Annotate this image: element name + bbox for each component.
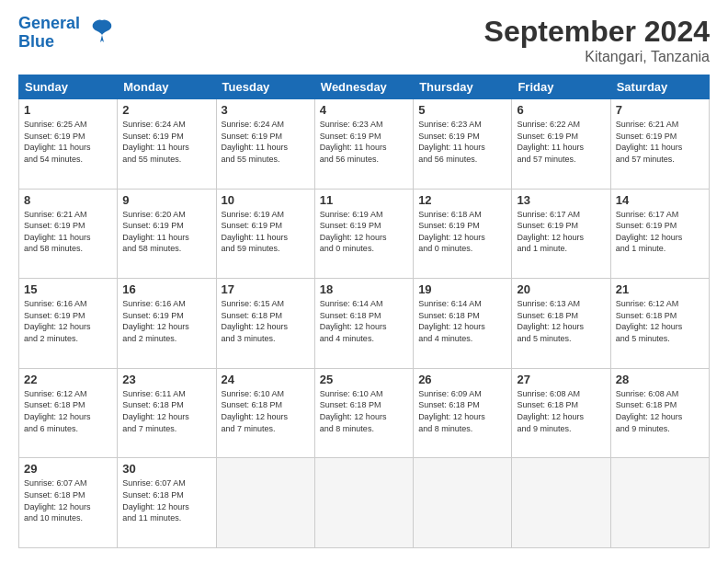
day-info: Sunrise: 6:12 AM Sunset: 6:18 PM Dayligh…: [616, 298, 704, 344]
title-block: September 2024 Kitangari, Tanzania: [484, 15, 710, 65]
table-row: 17Sunrise: 6:15 AM Sunset: 6:18 PM Dayli…: [216, 279, 314, 369]
day-number: 30: [122, 462, 210, 476]
day-info: Sunrise: 6:21 AM Sunset: 6:19 PM Dayligh…: [616, 119, 704, 165]
day-number: 20: [517, 282, 605, 296]
calendar-week-row: 1Sunrise: 6:25 AM Sunset: 6:19 PM Daylig…: [19, 99, 710, 190]
calendar-week-row: 29Sunrise: 6:07 AM Sunset: 6:18 PM Dayli…: [19, 458, 710, 548]
table-row: 30Sunrise: 6:07 AM Sunset: 6:18 PM Dayli…: [118, 458, 216, 548]
table-row: 22Sunrise: 6:12 AM Sunset: 6:18 PM Dayli…: [19, 368, 118, 458]
day-info: Sunrise: 6:21 AM Sunset: 6:19 PM Dayligh…: [24, 209, 112, 255]
calendar-header-row: Sunday Monday Tuesday Wednesday Thursday…: [19, 75, 710, 99]
col-monday: Monday: [118, 75, 216, 99]
table-row: 21Sunrise: 6:12 AM Sunset: 6:18 PM Dayli…: [610, 279, 709, 369]
day-info: Sunrise: 6:12 AM Sunset: 6:18 PM Dayligh…: [24, 388, 112, 434]
table-row: 3Sunrise: 6:24 AM Sunset: 6:19 PM Daylig…: [216, 99, 314, 190]
table-row: 24Sunrise: 6:10 AM Sunset: 6:18 PM Dayli…: [216, 368, 314, 458]
day-info: Sunrise: 6:16 AM Sunset: 6:19 PM Dayligh…: [122, 298, 210, 344]
day-info: Sunrise: 6:13 AM Sunset: 6:18 PM Dayligh…: [517, 298, 605, 344]
day-info: Sunrise: 6:19 AM Sunset: 6:19 PM Dayligh…: [320, 209, 408, 255]
day-number: 1: [24, 103, 112, 117]
table-row: 15Sunrise: 6:16 AM Sunset: 6:19 PM Dayli…: [19, 279, 118, 369]
day-info: Sunrise: 6:25 AM Sunset: 6:19 PM Dayligh…: [24, 119, 112, 165]
table-row: 27Sunrise: 6:08 AM Sunset: 6:18 PM Dayli…: [512, 368, 610, 458]
col-saturday: Saturday: [610, 75, 709, 99]
table-row: 23Sunrise: 6:11 AM Sunset: 6:18 PM Dayli…: [118, 368, 216, 458]
logo-blue: Blue: [18, 33, 80, 52]
day-number: 14: [616, 193, 704, 207]
day-info: Sunrise: 6:08 AM Sunset: 6:18 PM Dayligh…: [517, 388, 605, 434]
table-row: 7Sunrise: 6:21 AM Sunset: 6:19 PM Daylig…: [610, 99, 709, 190]
table-row: 26Sunrise: 6:09 AM Sunset: 6:18 PM Dayli…: [414, 368, 512, 458]
day-number: 12: [418, 193, 506, 207]
day-number: 5: [418, 103, 506, 117]
table-row: 5Sunrise: 6:23 AM Sunset: 6:19 PM Daylig…: [414, 99, 512, 190]
day-number: 2: [122, 103, 210, 117]
location-subtitle: Kitangari, Tanzania: [484, 49, 710, 65]
page: General Blue September 2024 Kitangari, T…: [0, 0, 728, 563]
col-tuesday: Tuesday: [216, 75, 314, 99]
header: General Blue September 2024 Kitangari, T…: [18, 15, 710, 65]
day-number: 27: [517, 373, 605, 386]
day-number: 13: [517, 193, 605, 207]
table-row: 2Sunrise: 6:24 AM Sunset: 6:19 PM Daylig…: [118, 99, 216, 190]
table-row: 12Sunrise: 6:18 AM Sunset: 6:19 PM Dayli…: [414, 189, 512, 279]
table-row: 28Sunrise: 6:08 AM Sunset: 6:18 PM Dayli…: [610, 368, 709, 458]
day-info: Sunrise: 6:14 AM Sunset: 6:18 PM Dayligh…: [418, 298, 506, 344]
day-info: Sunrise: 6:24 AM Sunset: 6:19 PM Dayligh…: [122, 119, 210, 165]
day-info: Sunrise: 6:07 AM Sunset: 6:18 PM Dayligh…: [122, 477, 210, 523]
day-info: Sunrise: 6:20 AM Sunset: 6:19 PM Dayligh…: [122, 209, 210, 255]
day-info: Sunrise: 6:15 AM Sunset: 6:18 PM Dayligh…: [222, 298, 310, 344]
table-row: 19Sunrise: 6:14 AM Sunset: 6:18 PM Dayli…: [414, 279, 512, 369]
table-row: [216, 458, 314, 548]
day-info: Sunrise: 6:14 AM Sunset: 6:18 PM Dayligh…: [320, 298, 408, 344]
table-row: [414, 458, 512, 548]
day-info: Sunrise: 6:10 AM Sunset: 6:18 PM Dayligh…: [222, 388, 310, 434]
logo-general: General: [18, 14, 80, 32]
day-number: 23: [122, 373, 210, 386]
calendar-table: Sunday Monday Tuesday Wednesday Thursday…: [18, 75, 710, 548]
calendar-week-row: 22Sunrise: 6:12 AM Sunset: 6:18 PM Dayli…: [19, 368, 710, 458]
month-year-title: September 2024: [484, 15, 710, 49]
day-info: Sunrise: 6:17 AM Sunset: 6:19 PM Dayligh…: [616, 209, 704, 255]
day-info: Sunrise: 6:19 AM Sunset: 6:19 PM Dayligh…: [222, 209, 310, 255]
table-row: 9Sunrise: 6:20 AM Sunset: 6:19 PM Daylig…: [118, 189, 216, 279]
day-number: 25: [320, 373, 408, 386]
day-number: 24: [222, 373, 310, 386]
day-info: Sunrise: 6:23 AM Sunset: 6:19 PM Dayligh…: [418, 119, 506, 165]
table-row: 13Sunrise: 6:17 AM Sunset: 6:19 PM Dayli…: [512, 189, 610, 279]
calendar-week-row: 8Sunrise: 6:21 AM Sunset: 6:19 PM Daylig…: [19, 189, 710, 279]
day-info: Sunrise: 6:23 AM Sunset: 6:19 PM Dayligh…: [320, 119, 408, 165]
day-number: 7: [616, 103, 704, 117]
table-row: [314, 458, 413, 548]
col-friday: Friday: [512, 75, 610, 99]
day-info: Sunrise: 6:11 AM Sunset: 6:18 PM Dayligh…: [122, 388, 210, 434]
day-number: 3: [222, 103, 310, 117]
table-row: 14Sunrise: 6:17 AM Sunset: 6:19 PM Dayli…: [610, 189, 709, 279]
day-number: 4: [320, 103, 408, 117]
col-thursday: Thursday: [414, 75, 512, 99]
day-number: 15: [24, 282, 112, 296]
day-info: Sunrise: 6:09 AM Sunset: 6:18 PM Dayligh…: [418, 388, 506, 434]
day-info: Sunrise: 6:16 AM Sunset: 6:19 PM Dayligh…: [24, 298, 112, 344]
day-number: 17: [222, 282, 310, 296]
table-row: 18Sunrise: 6:14 AM Sunset: 6:18 PM Dayli…: [314, 279, 413, 369]
day-number: 19: [418, 282, 506, 296]
col-wednesday: Wednesday: [314, 75, 413, 99]
table-row: [610, 458, 709, 548]
day-info: Sunrise: 6:07 AM Sunset: 6:18 PM Dayligh…: [24, 477, 112, 523]
table-row: 20Sunrise: 6:13 AM Sunset: 6:18 PM Dayli…: [512, 279, 610, 369]
table-row: 4Sunrise: 6:23 AM Sunset: 6:19 PM Daylig…: [314, 99, 413, 190]
day-info: Sunrise: 6:24 AM Sunset: 6:19 PM Dayligh…: [222, 119, 310, 165]
day-number: 6: [517, 103, 605, 117]
day-number: 26: [418, 373, 506, 386]
day-info: Sunrise: 6:10 AM Sunset: 6:18 PM Dayligh…: [320, 388, 408, 434]
logo-bird-icon: [87, 17, 117, 50]
day-number: 9: [122, 193, 210, 207]
table-row: 16Sunrise: 6:16 AM Sunset: 6:19 PM Dayli…: [118, 279, 216, 369]
table-row: 8Sunrise: 6:21 AM Sunset: 6:19 PM Daylig…: [19, 189, 118, 279]
col-sunday: Sunday: [19, 75, 118, 99]
table-row: 10Sunrise: 6:19 AM Sunset: 6:19 PM Dayli…: [216, 189, 314, 279]
day-number: 22: [24, 373, 112, 386]
day-number: 10: [222, 193, 310, 207]
calendar-week-row: 15Sunrise: 6:16 AM Sunset: 6:19 PM Dayli…: [19, 279, 710, 369]
